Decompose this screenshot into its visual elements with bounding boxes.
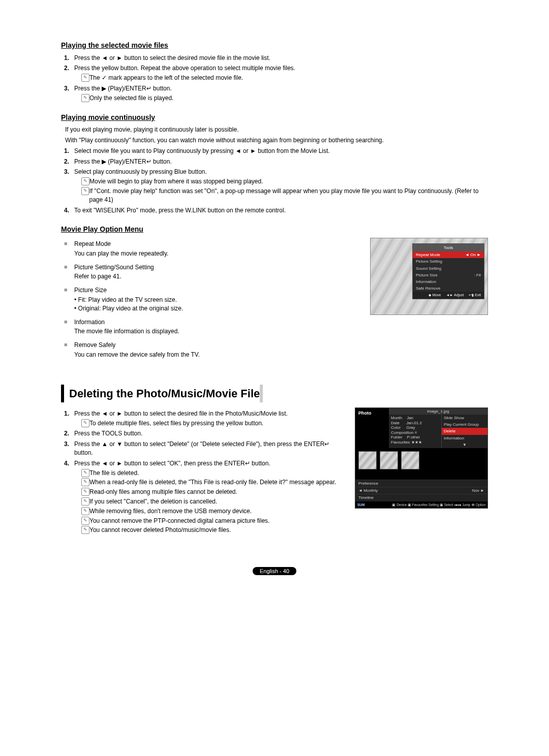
note-text: The ✓ mark appears to the left of the se… [89,74,243,82]
bullet-item: Original: Play video at the original siz… [74,304,360,313]
list-item: Press the ◄ or ► button to select the de… [74,410,345,428]
option-item: Information The movie file information i… [74,318,360,336]
note-icon: ✎ [81,478,89,486]
tab-preference[interactable]: Preference [355,480,487,487]
option-name: Repeat Mode [74,240,360,248]
menu-item-delete[interactable]: Delete [442,428,487,434]
page-number: English - 40 [253,567,296,575]
note-icon: ✎ [81,74,89,82]
note-text: You cannot recover deleted Photo/music/m… [89,526,231,534]
note-text: If you select "Cancel", the deletion is … [89,497,217,506]
note-text: Read-only files among multiple files can… [89,488,237,496]
menu-row-repeat[interactable]: Repeat Mode◄ On ► [413,251,484,258]
menu-row[interactable]: Picture Size: Fit [413,272,484,278]
menu-item[interactable]: Information [442,435,487,442]
list-item: Press the ◄ or ► button to select "OK", … [74,459,345,534]
option-name: Remove Safely [74,341,360,350]
tools-menu-screenshot: Tools Repeat Mode◄ On ► Picture Setting … [370,238,488,315]
menu-row[interactable]: Safe Remove [413,285,484,292]
option-name: Picture Size [74,286,360,295]
list-item: Press the ▶ (Play)/ENTER↵ button. ✎Only … [74,84,488,103]
note-icon: ✎ [81,497,89,506]
side-tabs: Preference ◄ Monthly Nov ► Timeline [355,480,487,501]
step-text: Press the ▶ (Play)/ENTER↵ button. [74,158,172,165]
ordered-list: Select movie file you want to Play conti… [61,147,488,215]
list-item: Press the yellow button. Repeat the abov… [74,64,488,82]
list-item: Press the ▲ or ▼ button to select "Delet… [74,440,345,457]
bottom-legend: ▣ Device ▣ Favourites Setting ▣ Select ⏮… [392,502,485,507]
menu-row[interactable]: Information [413,278,484,285]
step-text: Select play continuously by pressing Blu… [74,168,207,175]
note-icon: ✎ [81,469,89,477]
note-icon: ✎ [81,488,89,496]
option-item: Picture Size Fit: Play video at the TV s… [74,286,360,312]
section-heading: Movie Play Option Menu [61,225,488,235]
menu-item[interactable]: Play Current Group [442,421,487,428]
menu-item[interactable]: Slide Show [442,415,487,421]
tab-monthly[interactable]: ◄ Monthly Nov ► [355,487,487,494]
option-name: Information [74,318,360,327]
thumbnail[interactable] [358,451,377,469]
option-desc: Refer to page 41. [74,272,360,281]
tools-bottom-bar: ◆ Move ◄► Adjust ↩▮ Exit [413,292,484,299]
step-text: Press the ◄ or ► button to select the de… [74,410,288,417]
note-text: If "Cont. movie play help" function was … [89,187,488,204]
sub-bullets: Fit: Play video at the TV screen size. O… [74,296,360,313]
thumbnail[interactable] [401,451,419,469]
option-name: Picture Setting/Sound Setting [74,263,360,272]
step-text: Press the yellow button. Repeat the abov… [74,65,295,72]
step-text: To exit "WISELINK Pro" mode, press the W… [74,207,286,214]
note-text: To delete multiple files, select files b… [89,419,263,428]
step-text: Press the ◄ or ► button to select the de… [74,54,270,61]
note-text: Movie will begin to play from where it w… [89,177,263,186]
list-item: Press the ▶ (Play)/ENTER↵ button. [74,158,488,166]
thumbnail-row [355,448,487,480]
option-desc: You can play the movie repeatedly. [74,249,360,258]
option-desc: You can remove the device safely from th… [74,351,360,359]
step-text: Press the ▲ or ▼ button to select "Delet… [74,440,329,456]
main-heading: Deleting the Photo/Music/Movie File [61,385,263,402]
note-icon: ✎ [81,177,89,185]
list-item: Press the ◄ or ► button to select the de… [74,54,488,62]
option-list: Repeat Mode You can play the movie repea… [61,240,360,359]
context-menu: Slide Show Play Current Group Delete Inf… [441,415,487,448]
list-item: To exit "WISELINK Pro" mode, press the W… [74,206,488,215]
photo-browser-screenshot: Photo image_1.jpg Month Jan Date Jan.01.… [355,407,488,509]
sum-label: SUM [357,502,364,507]
step-text: Press the ◄ or ► button to select "OK", … [74,460,270,467]
page-footer: English - 40 [61,567,488,576]
step-text: Press the TOOLS button. [74,430,142,437]
thumbnail[interactable] [380,451,398,469]
bottom-bar: SUM ▣ Device ▣ Favourites Setting ▣ Sele… [355,501,487,508]
menu-row[interactable]: Sound Setting [413,265,484,272]
bullet-item: Fit: Play video at the TV screen size. [74,296,360,304]
photo-info: Month Jan Date Jan.01.2 Color Gray Compo… [389,415,441,448]
option-item: Remove Safely You can remove the device … [74,341,360,359]
note-text: Only the selected file is played. [89,94,173,103]
option-desc: The movie file information is displayed. [74,327,360,336]
filename: image_1.jpg [389,408,487,415]
list-item: Select movie file you want to Play conti… [74,147,488,155]
step-text: Select movie file you want to Play conti… [74,147,330,154]
note-icon: ✎ [81,507,89,515]
main-heading-text: Deleting the Photo/Music/Movie File [69,387,260,400]
note-icon: ✎ [81,517,89,525]
option-item: Repeat Mode You can play the movie repea… [74,240,360,258]
tab-timeline[interactable]: Timeline [355,494,487,501]
note-text: While removing files, don't remove the U… [89,507,252,516]
ordered-list: Press the ◄ or ► button to select the de… [61,410,345,534]
note-icon: ✎ [81,94,89,102]
note-icon: ✎ [81,419,89,427]
paragraph: With "Play continuously" function, you c… [65,136,488,145]
note-icon: ✎ [81,526,89,534]
tools-title: Tools [413,244,484,251]
note-text: When a read-only file is deleted, the "T… [89,478,336,487]
section-heading: Playing the selected movie files [61,41,488,51]
photo-header: Photo [355,408,389,448]
note-text: The file is deleted. [89,469,139,478]
list-item: Press the TOOLS button. [74,429,345,438]
menu-row[interactable]: Picture Setting [413,258,484,265]
section-heading: Playing movie continuously [61,113,488,123]
step-text: Press the ▶ (Play)/ENTER↵ button. [74,85,172,92]
note-text: You cannot remove the PTP-connected digi… [89,517,269,525]
